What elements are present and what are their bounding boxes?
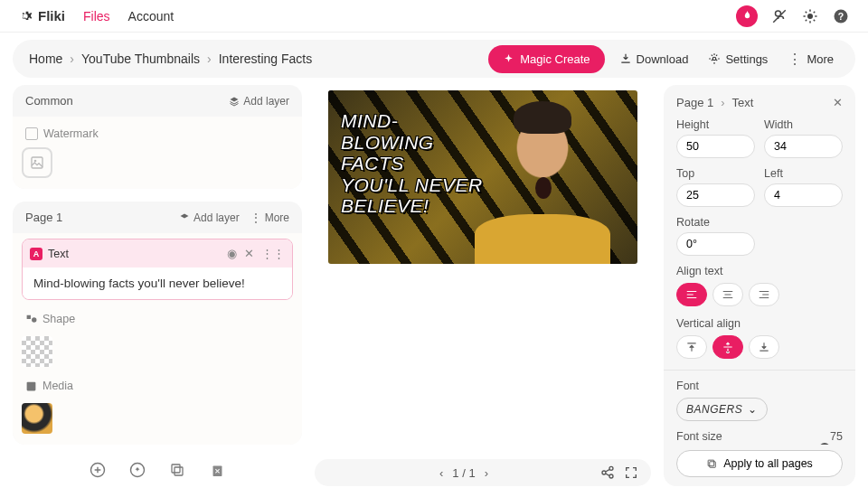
svg-rect-18 [172,465,180,473]
svg-point-0 [807,14,813,19]
top-input[interactable] [676,183,755,207]
delete-page-button[interactable] [206,459,228,481]
align-text-label: Align text [676,265,843,277]
crumb-file[interactable]: Interesting Facts [219,52,313,66]
copy-icon [169,462,185,478]
help-icon[interactable]: ? [832,7,850,25]
left-input[interactable] [764,183,843,207]
add-layer-common[interactable]: Add layer [229,95,289,108]
download-button[interactable]: Download [614,49,694,70]
chevron-right-icon: › [70,52,74,66]
align-right-icon [758,288,770,301]
more-button[interactable]: ⋮More [782,47,839,71]
dots-vertical-icon: ⋮ [788,51,802,68]
media-thumb[interactable] [22,403,52,434]
chevron-down-icon: ⌄ [748,403,758,416]
svg-text:?: ? [838,10,844,21]
sparkle-circle-icon [128,461,146,479]
close-icon[interactable]: ✕ [833,96,843,109]
valign-top-button[interactable] [676,335,707,359]
canvas[interactable]: MIND-BLOWINGFACTSYOU'LL NEVERBELIEVE! [328,90,637,264]
image-icon [30,155,44,170]
svg-line-8 [814,11,816,13]
svg-rect-12 [32,157,42,168]
duplicate-page-button[interactable] [166,459,188,481]
text-layer-value[interactable]: Mind-blowing facts you'll never believe! [23,267,292,299]
align-left-icon [685,288,698,301]
width-input[interactable] [764,135,843,158]
settings-button[interactable]: Settings [703,49,773,70]
pager-bar: ‹ 1 / 1 › [315,459,651,486]
rotate-label: Rotate [676,216,755,229]
align-center-icon [722,288,734,301]
watermark-icon [25,127,38,140]
svg-rect-21 [708,460,714,466]
layers-icon [229,96,240,107]
theme-icon[interactable] [801,7,819,25]
media-label: Media [42,380,73,392]
shape-label: Shape [42,313,75,325]
chevron-right-icon: › [207,52,212,66]
media-icon [25,380,37,392]
align-center-button[interactable] [712,283,743,306]
svg-line-6 [814,19,816,21]
watermark-thumb[interactable] [22,147,52,178]
fullscreen-icon[interactable] [624,465,638,480]
valign-bottom-button[interactable] [749,335,779,359]
align-left-button[interactable] [676,283,707,306]
valign-bottom-icon [758,341,770,353]
font-label: Font [676,380,843,392]
drag-handle-icon[interactable]: ⋮⋮ [261,247,285,260]
sparkle-icon [503,53,514,65]
svg-point-13 [34,160,37,163]
copy-icon [706,458,718,470]
layers-icon [179,212,190,223]
next-page-button[interactable]: › [485,466,488,480]
delete-icon[interactable]: ✕ [244,247,254,260]
visibility-icon[interactable]: ◉ [227,247,237,260]
share-icon[interactable] [600,465,615,480]
watermark-label: Watermark [43,127,99,140]
svg-line-7 [806,19,807,21]
page-indicator: 1 / 1 [452,466,475,480]
add-layer-page[interactable]: Add layer [179,211,240,224]
text-layer[interactable]: A Text ◉ ✕ ⋮⋮ Mind-blowing facts you'll … [22,239,293,300]
top-label: Top [676,167,755,180]
crumb-folder[interactable]: YouTube Thumbnails [81,52,200,66]
valign-top-icon [685,341,698,353]
canvas-text[interactable]: MIND-BLOWINGFACTSYOU'LL NEVERBELIEVE! [341,110,483,217]
page-title: Page 1 [25,211,62,224]
properties-crumb-text: Text [732,96,754,109]
height-input[interactable] [676,135,755,158]
font-selector[interactable]: Bangers⌄ [676,398,768,421]
add-page-button[interactable] [87,459,108,481]
logo[interactable]: Fliki [18,8,65,23]
apply-all-pages-button[interactable]: Apply to all pages [676,450,843,477]
magic-create-button[interactable]: Magic Create [488,45,604,73]
rotate-input[interactable] [676,232,755,256]
svg-line-5 [806,11,807,13]
plus-circle-icon [89,461,107,479]
shape-thumb[interactable] [22,336,52,367]
dots-vertical-icon: ⋮ [250,211,261,224]
text-layer-label: Text [48,248,69,260]
nav-account[interactable]: Account [128,9,175,23]
flame-button[interactable] [736,5,758,27]
svg-point-11 [713,57,717,61]
tools-icon[interactable] [770,7,788,25]
brand-name: Fliki [38,8,65,23]
svg-rect-14 [27,381,36,390]
prev-page-button[interactable]: ‹ [439,466,443,480]
gear-icon [708,52,721,65]
shape-icon [25,314,37,325]
page-more[interactable]: ⋮More [250,211,289,224]
valign-middle-icon [722,341,734,353]
valign-middle-button[interactable] [712,335,743,359]
nav-files[interactable]: Files [83,9,110,23]
properties-crumb-page[interactable]: Page 1 [676,96,713,109]
magic-page-button[interactable] [127,459,148,481]
trash-icon [210,463,225,478]
text-badge-icon: A [30,248,42,260]
align-right-button[interactable] [749,283,779,306]
crumb-home[interactable]: Home [29,52,62,66]
